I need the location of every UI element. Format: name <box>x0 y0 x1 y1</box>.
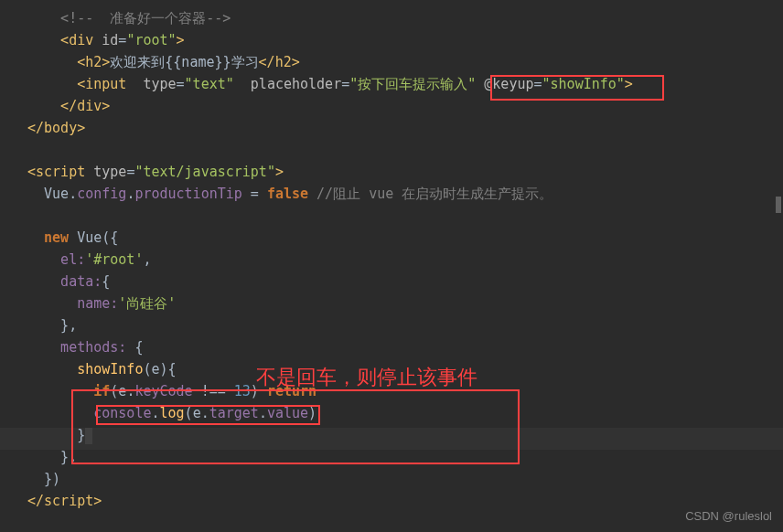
code-line: <div id="root"> <box>27 29 783 51</box>
code-line: }) <box>27 468 783 490</box>
scrollbar-marker[interactable] <box>776 197 781 213</box>
code-line: }, <box>27 446 783 468</box>
code-line: <script type="text/javascript"> <box>27 161 783 183</box>
code-line <box>27 205 783 227</box>
code-line: data:{ <box>27 271 783 293</box>
code-line <box>27 139 783 161</box>
watermark: CSDN @ruleslol <box>685 507 772 527</box>
code-line: el:'#root', <box>27 249 783 271</box>
code-line: Vue.config.productionTip = false //阻止 vu… <box>27 183 783 205</box>
code-line: </div> <box>27 95 783 117</box>
code-line: </body> <box>27 117 783 139</box>
code-line: }, <box>27 314 783 336</box>
code-line: name:'尚硅谷' <box>27 293 783 314</box>
code-line: <h2>欢迎来到{{name}}学习</h2> <box>27 51 783 73</box>
code-line: <input type="text" placeholder="按下回车提示输入… <box>27 73 783 95</box>
code-line: showInfo(e){ <box>27 358 783 380</box>
code-line: <!-- 准备好一个容器--> <box>27 7 783 29</box>
code-line: console.log(e.target.value) <box>27 402 783 424</box>
code-line: new Vue({ <box>27 227 783 249</box>
text-cursor <box>85 428 92 444</box>
code-line: methods: { <box>27 336 783 358</box>
code-line: if(e.keyCode !== 13) return <box>27 380 783 402</box>
code-line: </script> <box>27 490 783 512</box>
code-editor[interactable]: <!-- 准备好一个容器--> <div id="root"> <h2>欢迎来到… <box>27 7 783 512</box>
code-line: } <box>27 424 783 446</box>
